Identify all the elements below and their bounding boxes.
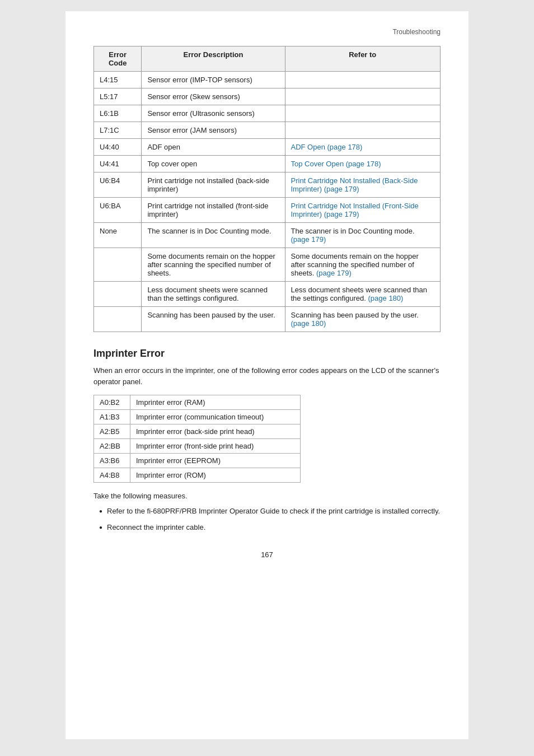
table-row: U6:BAPrint cartridge not installed (fron… (94, 198, 441, 223)
error-desc-cell: Print cartridge not installed (back-side… (142, 172, 285, 198)
page-header: Troubleshooting (93, 28, 441, 36)
col-header-desc: Error Description (142, 46, 285, 72)
page: Troubleshooting Error Code Error Descrip… (65, 11, 469, 739)
error-code-cell: L4:15 (94, 72, 142, 88)
imp-code-cell: A4:B8 (94, 468, 130, 483)
error-code-cell: None (94, 223, 142, 248)
take-note: Take the following measures. (93, 492, 441, 500)
imprinter-table-row: A0:B2Imprinter error (RAM) (94, 395, 301, 410)
error-code-cell (94, 282, 142, 307)
error-refer-cell (285, 88, 441, 105)
imprinter-title: Imprinter Error (93, 348, 441, 360)
bullet-list: Refer to the fi-680PRF/PRB Imprinter Ope… (93, 506, 441, 534)
error-desc-cell: The scanner is in Doc Counting mode. (142, 223, 285, 248)
error-code-cell: U6:B4 (94, 172, 142, 198)
imp-desc-cell: Imprinter error (front-side print head) (130, 439, 301, 454)
error-refer-cell (285, 72, 441, 88)
table-row: Less document sheets were scanned than t… (94, 282, 441, 307)
error-desc-cell: Top cover open (142, 156, 285, 172)
error-code-cell: U4:40 (94, 139, 142, 156)
error-desc-cell: Sensor error (Ultrasonic sensors) (142, 105, 285, 122)
error-code-cell (94, 248, 142, 282)
imprinter-table-row: A1:B3Imprinter error (communication time… (94, 410, 301, 424)
error-code-cell (94, 307, 142, 332)
imp-code-cell: A3:B6 (94, 454, 130, 468)
error-code-cell: L6:1B (94, 105, 142, 122)
error-desc-cell: Print cartridge not installed (front-sid… (142, 198, 285, 223)
imp-desc-cell: Imprinter error (RAM) (130, 395, 301, 410)
table-row: L4:15Sensor error (IMP-TOP sensors) (94, 72, 441, 88)
table-row: Scanning has been paused by the user.Sca… (94, 307, 441, 332)
error-refer-cell: Scanning has been paused by the user. (p… (285, 307, 441, 332)
imp-desc-cell: Imprinter error (ROM) (130, 468, 301, 483)
table-row: L7:1CSensor error (JAM sensors) (94, 122, 441, 139)
imp-code-cell: A0:B2 (94, 395, 130, 410)
imp-code-cell: A2:B5 (94, 424, 130, 439)
error-code-cell: L5:17 (94, 88, 142, 105)
error-refer-cell: Top Cover Open (page 178) (285, 156, 441, 172)
imprinter-section: Imprinter Error When an error occurs in … (93, 348, 441, 534)
error-desc-cell: Some documents remain on the hopper afte… (142, 248, 285, 282)
imprinter-table-row: A2:B5Imprinter error (back-side print he… (94, 424, 301, 439)
error-refer-cell: Print Cartridge Not Installed (Back-Side… (285, 172, 441, 198)
error-desc-cell: Sensor error (Skew sensors) (142, 88, 285, 105)
list-item: Reconnect the imprinter cable. (99, 522, 441, 534)
col-header-refer: Refer to (285, 46, 441, 72)
error-refer-cell: ADF Open (page 178) (285, 139, 441, 156)
imprinter-table-row: A2:BBImprinter error (front-side print h… (94, 439, 301, 454)
list-item: Refer to the fi-680PRF/PRB Imprinter Ope… (99, 506, 441, 517)
table-row: U4:41Top cover openTop Cover Open (page … (94, 156, 441, 172)
error-refer-cell (285, 122, 441, 139)
imp-desc-cell: Imprinter error (back-side print head) (130, 424, 301, 439)
imprinter-table-row: A4:B8Imprinter error (ROM) (94, 468, 301, 483)
error-refer-cell: The scanner is in Doc Counting mode. (pa… (285, 223, 441, 248)
error-desc-cell: Less document sheets were scanned than t… (142, 282, 285, 307)
table-row: L5:17Sensor error (Skew sensors) (94, 88, 441, 105)
error-desc-cell: Sensor error (JAM sensors) (142, 122, 285, 139)
imp-code-cell: A1:B3 (94, 410, 130, 424)
error-desc-cell: Sensor error (IMP-TOP sensors) (142, 72, 285, 88)
imp-desc-cell: Imprinter error (EEPROM) (130, 454, 301, 468)
error-refer-cell: Print Cartridge Not Installed (Front-Sid… (285, 198, 441, 223)
error-refer-cell (285, 105, 441, 122)
error-refer-cell: Some documents remain on the hopper afte… (285, 248, 441, 282)
error-desc-cell: ADF open (142, 139, 285, 156)
table-row: L6:1BSensor error (Ultrasonic sensors) (94, 105, 441, 122)
error-desc-cell: Scanning has been paused by the user. (142, 307, 285, 332)
error-refer-cell: Less document sheets were scanned than t… (285, 282, 441, 307)
imprinter-table: A0:B2Imprinter error (RAM)A1:B3Imprinter… (93, 395, 301, 483)
error-code-cell: U6:BA (94, 198, 142, 223)
imp-desc-cell: Imprinter error (communication timeout) (130, 410, 301, 424)
imp-code-cell: A2:BB (94, 439, 130, 454)
imprinter-table-row: A3:B6Imprinter error (EEPROM) (94, 454, 301, 468)
error-table: Error Code Error Description Refer to L4… (93, 46, 441, 332)
error-code-cell: L7:1C (94, 122, 142, 139)
col-header-code: Error Code (94, 46, 142, 72)
table-row: NoneThe scanner is in Doc Counting mode.… (94, 223, 441, 248)
table-row: Some documents remain on the hopper afte… (94, 248, 441, 282)
table-row: U6:B4Print cartridge not installed (back… (94, 172, 441, 198)
header-label: Troubleshooting (392, 28, 441, 36)
page-number: 167 (93, 550, 441, 559)
imprinter-intro: When an error occurs in the imprinter, o… (93, 365, 441, 387)
error-code-cell: U4:41 (94, 156, 142, 172)
table-row: U4:40ADF openADF Open (page 178) (94, 139, 441, 156)
